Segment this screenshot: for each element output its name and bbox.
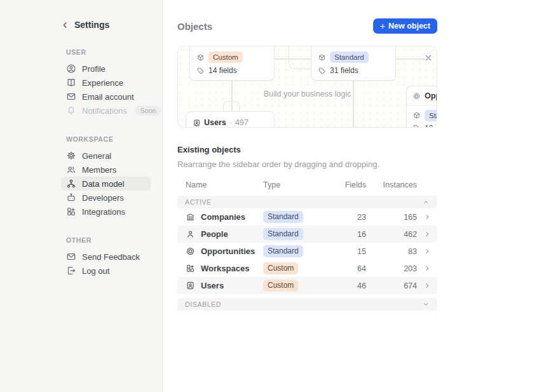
gear-icon [66, 151, 76, 161]
section-label-workspace: WORKSPACE [66, 135, 151, 143]
chevron-right-icon[interactable] [423, 213, 432, 221]
new-object-label: New object [388, 22, 430, 30]
fields-count: 31 fields [330, 66, 358, 75]
sidebar-title: Settings [74, 20, 109, 30]
object-name: People [201, 229, 228, 239]
card-title: Users [204, 118, 226, 127]
fields-count: 14 fields [208, 66, 237, 75]
close-icon[interactable] [424, 53, 433, 62]
object-name: Opportunities [201, 247, 255, 256]
sidebar-item-label: Developers [82, 193, 124, 203]
sidebar-item-label: Profile [82, 64, 106, 74]
tag-icon [413, 124, 421, 128]
sidebar-item-profile[interactable]: Profile [61, 62, 151, 76]
users-object-card: Users · 497 [186, 111, 275, 128]
people-icon [66, 165, 76, 175]
chevron-right-icon[interactable] [423, 247, 432, 255]
object-name: Companies [201, 212, 245, 222]
table-row[interactable]: People Standard 16 462 [177, 226, 437, 243]
instances-count: 83 [366, 247, 417, 256]
card-title: Opportunities [425, 91, 437, 100]
table-row[interactable]: Opportunities Standard 15 83 [177, 243, 437, 260]
sidebar-item-label: Data model [82, 179, 124, 189]
type-badge: Standard [263, 228, 303, 240]
sidebar-item-general[interactable]: General [61, 149, 151, 163]
envelope-icon [66, 91, 76, 102]
soon-badge: Soon [135, 105, 161, 116]
fields-count: 46 [334, 281, 366, 290]
cube-icon [196, 53, 205, 62]
bank-icon [186, 212, 195, 222]
person-icon [186, 229, 195, 239]
sidebar-item-label: Send Feedback [82, 252, 140, 262]
sidebar-section-other: OTHER Send Feedback Log out [61, 236, 151, 278]
group-label: ACTIVE [185, 198, 212, 206]
connector-line [353, 81, 354, 128]
instances-count: 462 [366, 230, 417, 239]
opportunities-object-card: Opportunities Standard 12 fields [406, 86, 437, 128]
sidebar-item-developers[interactable]: Developers [61, 191, 151, 205]
new-object-button[interactable]: + New object [373, 18, 437, 34]
banner-caption: Build your business logic [178, 90, 437, 98]
sidebar-item-experience[interactable]: Experience [61, 76, 151, 90]
sidebar-item-email-account[interactable]: Email account [61, 90, 151, 104]
custom-object-card: Custom 14 fields [189, 46, 275, 81]
sidebar-item-label: Log out [82, 266, 109, 276]
sitemap-icon [66, 179, 76, 189]
type-badge: Standard [263, 211, 303, 223]
group-label: DISABLED [185, 301, 221, 308]
plus-icon: + [380, 22, 385, 30]
chevron-left-icon [61, 21, 69, 29]
grid-plus-icon [66, 206, 76, 217]
column-header-name: Name [186, 180, 263, 189]
chevron-right-icon[interactable] [423, 264, 432, 273]
id-badge-icon [193, 119, 201, 127]
column-header-type: Type [263, 180, 334, 189]
table-row[interactable]: Users Custom 46 674 [177, 277, 437, 294]
fields-count: 16 [334, 230, 366, 239]
table-row[interactable]: Workspaces Custom 64 203 [177, 260, 437, 277]
tag-icon [318, 67, 326, 75]
group-bar-disabled[interactable]: DISABLED [177, 298, 437, 311]
type-badge: Custom [208, 51, 243, 63]
id-badge-icon [186, 281, 195, 290]
instances-count: 203 [366, 264, 417, 273]
type-badge: Standard [425, 110, 437, 121]
type-badge: Standard [263, 245, 303, 257]
type-badge: Standard [330, 51, 369, 63]
existing-objects-subtitle: Rearrange the sidebar order by dragging … [177, 159, 437, 169]
sidebar-item-notifications: Notifications Soon [61, 104, 151, 118]
chevron-right-icon[interactable] [423, 281, 432, 290]
table-row[interactable]: Companies Standard 23 165 [177, 208, 437, 226]
page-header: Objects + New object [177, 18, 437, 34]
settings-back[interactable]: Settings [61, 19, 151, 30]
record-count: 497 [235, 118, 249, 127]
page-title: Objects [177, 21, 212, 32]
sidebar-item-log-out[interactable]: Log out [61, 264, 151, 278]
sidebar-item-label: Experience [82, 78, 123, 88]
sidebar-item-send-feedback[interactable]: Send Feedback [61, 250, 151, 264]
chevron-right-icon[interactable] [423, 230, 432, 238]
fields-count: 64 [334, 264, 366, 273]
dot-separator: · [229, 118, 232, 127]
cube-icon [413, 111, 421, 119]
sidebar-item-label: Integrations [82, 207, 125, 217]
settings-sidebar: Settings USER Profile Experience Email a… [0, 0, 162, 392]
objects-table: Name Type Fields Instances ACTIVE Compan… [177, 180, 437, 311]
connector-line [395, 58, 425, 60]
target-icon [413, 92, 421, 100]
tag-icon [196, 67, 205, 75]
section-label-other: OTHER [66, 236, 151, 244]
type-badge: Custom [263, 280, 298, 292]
sidebar-item-data-model[interactable]: Data model [61, 177, 151, 191]
sidebar-section-workspace: WORKSPACE General Members Data model Dev… [61, 135, 151, 219]
sidebar-item-integrations[interactable]: Integrations [61, 205, 151, 219]
sidebar-item-label: General [82, 151, 111, 161]
envelope-icon [66, 252, 76, 262]
group-bar-active[interactable]: ACTIVE [177, 196, 437, 208]
chevron-down-icon [422, 301, 430, 308]
fields-count: 15 [334, 247, 366, 256]
sidebar-item-label: Members [82, 165, 116, 175]
fields-count: 23 [334, 213, 366, 222]
sidebar-item-members[interactable]: Members [61, 163, 151, 177]
